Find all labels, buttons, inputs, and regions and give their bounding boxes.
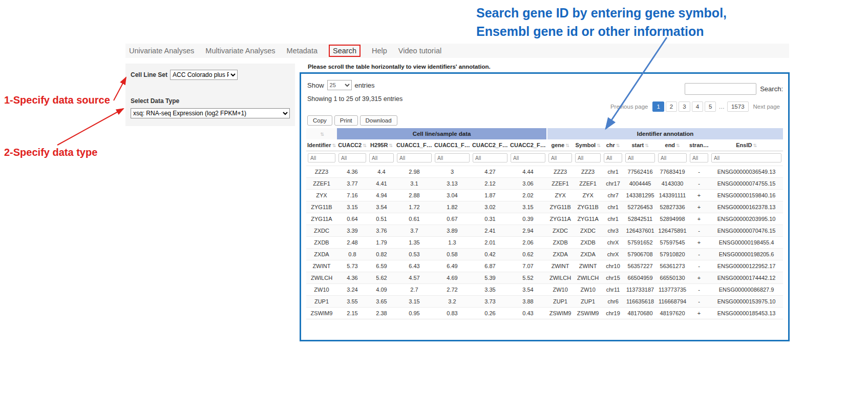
filter-input-identifier[interactable]	[308, 153, 335, 162]
filter-input-symbol[interactable]	[575, 153, 601, 162]
table-cell: 77562416	[624, 166, 657, 178]
column-header-strand[interactable]: strand⇅	[688, 139, 710, 151]
column-header-gene[interactable]: gene⇅	[547, 139, 574, 151]
table-cell: 57591652	[624, 237, 657, 249]
table-row[interactable]: ZXDB2.481.791.351.32.012.06ZXDBZXDBchrX5…	[306, 237, 783, 249]
table-row[interactable]: ZUP13.553.653.153.23.733.88ZUP1ZUP1chr61…	[306, 296, 783, 308]
column-header-h295r[interactable]: H295R⇅	[368, 139, 395, 151]
table-cell: 3.15	[337, 201, 368, 213]
page-button-4[interactable]: 4	[692, 101, 703, 112]
column-label: start	[631, 142, 644, 148]
table-cell: 0.83	[433, 308, 471, 319]
sort-icon-cell[interactable]: ⇅	[306, 128, 337, 139]
table-row[interactable]: ZWINT5.736.596.436.496.877.07ZWINTZWINTc…	[306, 260, 783, 272]
table-row[interactable]: ZWILCH4.365.624.574.695.395.52ZWILCHZWIL…	[306, 272, 783, 284]
nav-item-multivariate-analyses[interactable]: Multivariate Analyses	[205, 47, 275, 55]
table-cell: +	[688, 308, 710, 319]
next-page-button[interactable]: Next page	[750, 102, 783, 111]
table-cell: 3.88	[509, 296, 547, 308]
column-header-start[interactable]: start⇅	[624, 139, 657, 151]
filter-input-start[interactable]	[625, 153, 655, 162]
nav-item-univariate-analyses[interactable]: Univariate Analyses	[129, 47, 194, 55]
column-label: chr	[606, 142, 615, 148]
column-header-ensid[interactable]: EnsID⇅	[710, 139, 783, 151]
table-cell: 2.98	[395, 166, 433, 178]
data-type-select[interactable]: xsq: RNA-seq Expression (log2 FPKM+1)	[131, 108, 290, 118]
table-row[interactable]: ZYG11A0.640.510.610.670.310.39ZYG11AZYG1…	[306, 213, 783, 225]
table-row[interactable]: ZXDA0.80.820.530.580.420.62ZXDAZXDAchrX5…	[306, 249, 783, 260]
table-row[interactable]: ZW103.244.092.72.723.353.54ZW10ZW10chr11…	[306, 284, 783, 296]
table-cell: 57910820	[657, 249, 688, 260]
previous-page-button[interactable]: Previous page	[607, 102, 651, 111]
table-row[interactable]: ZZEF13.774.413.13.132.123.06ZZEF1ZZEF1ch…	[306, 178, 783, 190]
filter-input-cuacc1-f1[interactable]	[397, 153, 432, 162]
table-row[interactable]: ZZZ34.364.42.9834.274.44ZZZ3ZZZ3chr17756…	[306, 166, 783, 178]
filter-input-end[interactable]	[658, 153, 687, 162]
show-label: Show	[307, 82, 324, 89]
column-header-symbol[interactable]: Symbol⇅	[574, 139, 602, 151]
table-cell: 0.62	[509, 249, 547, 260]
table-cell: 52842511	[624, 213, 657, 225]
table-cell: 5.62	[368, 272, 395, 284]
cell-line-set-select[interactable]: ACC Colorado plus PDX	[170, 70, 238, 80]
page-button-5[interactable]: 5	[705, 101, 716, 112]
table-cell: 0.42	[471, 249, 509, 260]
table-cell: ZZEF1	[547, 178, 574, 190]
search-input[interactable]	[685, 83, 756, 95]
page-button-3[interactable]: 3	[679, 101, 690, 112]
table-cell: ENSG00000198455.4	[710, 237, 783, 249]
column-header-chr[interactable]: chr⇅	[602, 139, 624, 151]
table-cell: ZXDA	[306, 249, 337, 260]
filter-input-cuacc1-f2[interactable]	[435, 153, 470, 162]
print-button[interactable]: Print	[334, 115, 358, 126]
column-header-cuacc1-f1[interactable]: CUACC1_F1⇅	[395, 139, 433, 151]
table-cell: -	[688, 284, 710, 296]
filter-input-h295r[interactable]	[369, 153, 394, 162]
table-cell: ENSG00000153975.10	[710, 296, 783, 308]
table-cell: 126475891	[657, 225, 688, 237]
table-cell: ZZZ3	[306, 166, 337, 178]
filter-input-ensid[interactable]	[711, 153, 781, 162]
nav-item-video-tutorial[interactable]: Video tutorial	[398, 47, 441, 55]
column-header-cuacc2-f1[interactable]: CUACC2_F1⇅	[471, 139, 509, 151]
table-cell: 2.88	[395, 190, 433, 201]
table-cell: ZXDA	[574, 249, 602, 260]
nav-item-metadata[interactable]: Metadata	[287, 47, 317, 55]
column-label: CUACC2	[338, 142, 362, 148]
table-wrap: ⇅Cell line/sample dataIdentifier annotat…	[306, 128, 783, 319]
column-label: end	[665, 142, 675, 148]
table-cell: chr15	[602, 272, 624, 284]
table-cell: ZXDB	[306, 237, 337, 249]
page-button-2[interactable]: 2	[666, 101, 677, 112]
copy-button[interactable]: Copy	[307, 115, 332, 126]
filter-input-cuacc2[interactable]	[338, 153, 366, 162]
column-header-identifier[interactable]: Identifier⇅	[306, 139, 337, 151]
page-button-1573[interactable]: 1573	[727, 101, 749, 112]
table-cell: chr7	[602, 190, 624, 201]
column-header-end[interactable]: end⇅	[657, 139, 688, 151]
filter-input-cuacc2-f2[interactable]	[511, 153, 545, 162]
column-header-cuacc2[interactable]: CUACC2⇅	[337, 139, 368, 151]
nav-item-search[interactable]: Search	[329, 45, 361, 57]
filter-input-gene[interactable]	[548, 153, 572, 162]
filter-input-strand[interactable]	[690, 153, 708, 162]
download-button[interactable]: Download	[360, 115, 397, 126]
table-row[interactable]: ZXDC3.393.763.73.892.412.94ZXDCZXDCchr31…	[306, 225, 783, 237]
filter-input-chr[interactable]	[604, 153, 622, 162]
table-cell: ZSWIM9	[306, 308, 337, 319]
cell-line-set-label: Cell Line Set	[131, 71, 167, 78]
page-button-1[interactable]: 1	[652, 101, 664, 112]
filter-input-cuacc2-f1[interactable]	[473, 153, 507, 162]
page-length-select[interactable]: 25	[327, 80, 352, 90]
table-cell: 3.89	[433, 225, 471, 237]
table-row[interactable]: ZSWIM92.152.380.950.830.260.43ZSWIM9ZSWI…	[306, 308, 783, 319]
nav-item-help[interactable]: Help	[372, 47, 387, 55]
table-row[interactable]: ZYX7.164.942.883.041.872.02ZYXZYXchr7143…	[306, 190, 783, 201]
column-header-cuacc1-f2[interactable]: CUACC1_F2⇅	[433, 139, 471, 151]
column-header-cuacc2-f2[interactable]: CUACC2_F2⇅	[509, 139, 547, 151]
table-cell: ZYG11A	[306, 213, 337, 225]
table-cell: ENSG00000074755.15	[710, 178, 783, 190]
pagination-ellipsis: …	[717, 102, 726, 111]
table-row[interactable]: ZYG11B3.153.541.721.823.023.15ZYG11BZYG1…	[306, 201, 783, 213]
table-cell: 4.36	[337, 166, 368, 178]
